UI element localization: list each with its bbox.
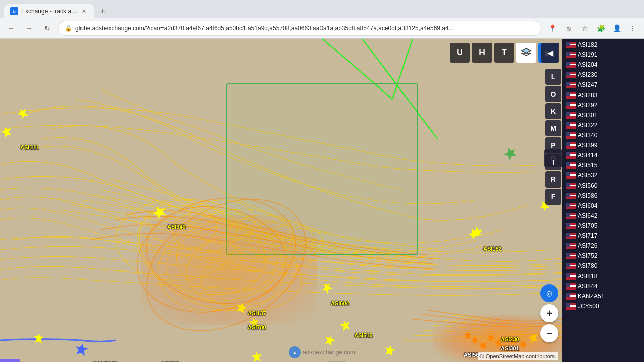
us-flag <box>566 82 576 88</box>
flight-item[interactable]: ASI292 <box>562 100 644 110</box>
flight-item[interactable]: ASI726 <box>562 241 644 251</box>
callsign: ASI414 <box>578 152 597 159</box>
us-flag <box>566 243 576 249</box>
flight-item[interactable]: ASI818 <box>562 271 644 281</box>
url-box[interactable]: 🔒 globe.adsbexchange.com/?icao=a2d370,a4… <box>58 21 541 36</box>
callsign: ASI818 <box>578 273 597 280</box>
us-flag <box>566 112 576 119</box>
aircraft-green-pinned[interactable] <box>502 145 519 162</box>
callsign: ASI780 <box>578 262 597 269</box>
flight-item[interactable]: ASI247 <box>562 80 644 90</box>
flight-item[interactable]: ASI399 <box>562 140 644 150</box>
letter-o-button[interactable]: O <box>545 86 561 102</box>
flight-item[interactable]: ASI532 <box>562 170 644 180</box>
progress-bar <box>0 359 20 362</box>
flight-item[interactable]: ASI515 <box>562 160 644 170</box>
back-button[interactable]: ← <box>4 21 18 35</box>
flight-item[interactable]: ASI844 <box>562 281 644 291</box>
flight-item[interactable]: ASI604 <box>562 201 644 211</box>
aircraft-bottom[interactable] <box>384 344 395 356</box>
new-tab-button[interactable]: + <box>96 4 110 18</box>
flight-item[interactable]: ASI283 <box>562 90 644 100</box>
aircraft-cluster5[interactable] <box>494 338 503 348</box>
zoom-controls: ◎ + − <box>540 284 558 342</box>
flight-item[interactable]: ASI717 <box>562 231 644 241</box>
flight-item[interactable]: ASI705 <box>562 221 644 231</box>
aircraft-cluster3[interactable] <box>478 340 489 351</box>
adsb-logo: ▲ <box>289 346 301 358</box>
u-button[interactable]: U <box>450 43 470 63</box>
address-bar: ← → ↻ 🔒 globe.adsbexchange.com/?icao=a2d… <box>0 18 644 38</box>
flight-item[interactable]: ASI414 <box>562 150 644 160</box>
forward-button[interactable]: → <box>22 21 36 35</box>
us-flag <box>566 152 576 159</box>
url-text: globe.adsbexchange.com/?icao=a2d370,a4ef… <box>75 25 535 32</box>
flight-list: ASI182 ASI191 ASI204 ASI230 ASI247 ASI28… <box>562 39 644 362</box>
aircraft-cluster6[interactable] <box>500 342 511 353</box>
us-flag <box>566 263 576 269</box>
callsign: ASI230 <box>578 71 597 78</box>
flight-item[interactable]: ASI780 <box>562 261 644 271</box>
aircraft-asi71[interactable] <box>33 333 44 344</box>
letter-r-button[interactable]: R <box>545 171 561 188</box>
svg-marker-40 <box>522 48 531 53</box>
active-tab[interactable]: B Exchange - track a... ✕ <box>4 4 94 18</box>
flight-item[interactable]: ASI182 <box>562 40 644 50</box>
letter-i-button[interactable]: I <box>545 154 561 170</box>
tab-close-button[interactable]: ✕ <box>79 7 88 15</box>
profile-icon[interactable]: 👤 <box>610 21 624 35</box>
us-flag <box>566 132 576 139</box>
aircraft-blue[interactable] <box>74 342 89 356</box>
us-flag <box>566 303 576 310</box>
us-flag <box>566 223 576 229</box>
flight-item[interactable]: ASI752 <box>562 251 644 261</box>
aircraft-asi818[interactable] <box>323 334 336 347</box>
svg-marker-19 <box>320 281 334 294</box>
us-flag <box>566 253 576 259</box>
flight-item[interactable]: ASI191 <box>562 50 644 60</box>
flight-item[interactable]: ASI322 <box>562 120 644 130</box>
aircraft-bottom2[interactable] <box>251 351 262 362</box>
aircraft-asi780[interactable] <box>248 317 260 328</box>
flight-item[interactable]: ASI586 <box>562 191 644 201</box>
svg-marker-38 <box>527 332 539 344</box>
letter-l-button[interactable]: L <box>545 69 561 85</box>
bookmark-icon[interactable]: ☆ <box>578 21 592 35</box>
reload-button[interactable]: ↻ <box>40 21 54 35</box>
flight-item[interactable]: JCY500 <box>562 301 644 311</box>
callsign: ASI560 <box>578 182 597 189</box>
aircraft-asi515b[interactable] <box>339 319 351 331</box>
location-icon[interactable]: 📍 <box>545 21 559 35</box>
share-icon[interactable]: ⎋ <box>561 21 576 35</box>
flight-item[interactable]: ASI642 <box>562 211 644 221</box>
aircraft-asi230[interactable] <box>527 332 539 344</box>
svg-marker-21 <box>248 317 260 328</box>
zoom-in-button[interactable]: + <box>540 304 558 322</box>
letter-m-button[interactable]: M <box>545 120 561 136</box>
extensions-icon[interactable]: 🧩 <box>594 21 608 35</box>
h-button[interactable]: H <box>472 43 492 63</box>
t-button[interactable]: T <box>494 43 514 63</box>
letter-f-button[interactable]: F <box>545 189 561 205</box>
zoom-out-button[interactable]: − <box>540 324 558 342</box>
aircraft-asi111-2[interactable] <box>0 125 13 138</box>
flight-item[interactable]: ASI340 <box>562 130 644 140</box>
flight-item[interactable]: ASI560 <box>562 180 644 191</box>
letter-k-button[interactable]: K <box>545 103 561 119</box>
menu-icon[interactable]: ⋮ <box>626 21 640 35</box>
callsign: ASI717 <box>578 232 597 239</box>
callsign: ASI301 <box>578 112 597 119</box>
track-button[interactable]: ◎ <box>540 284 558 302</box>
aircraft-cluster4[interactable] <box>486 333 496 343</box>
callsign: ASI322 <box>578 122 597 129</box>
flight-item[interactable]: ASI230 <box>562 70 644 80</box>
flight-item[interactable]: ASI301 <box>562 110 644 120</box>
letter-p-button[interactable]: P <box>545 137 561 153</box>
flight-item[interactable]: ASI204 <box>562 60 644 70</box>
aircraft-asi604[interactable] <box>320 281 334 294</box>
map-container[interactable]: ASI111 ASI340 ASI182 ASI604 ASI137 ASI78… <box>0 39 644 362</box>
svg-marker-18 <box>0 125 13 138</box>
layers-button[interactable] <box>516 43 536 63</box>
lock-icon: 🔒 <box>65 25 72 32</box>
flight-item[interactable]: KANZA51 <box>562 291 644 301</box>
